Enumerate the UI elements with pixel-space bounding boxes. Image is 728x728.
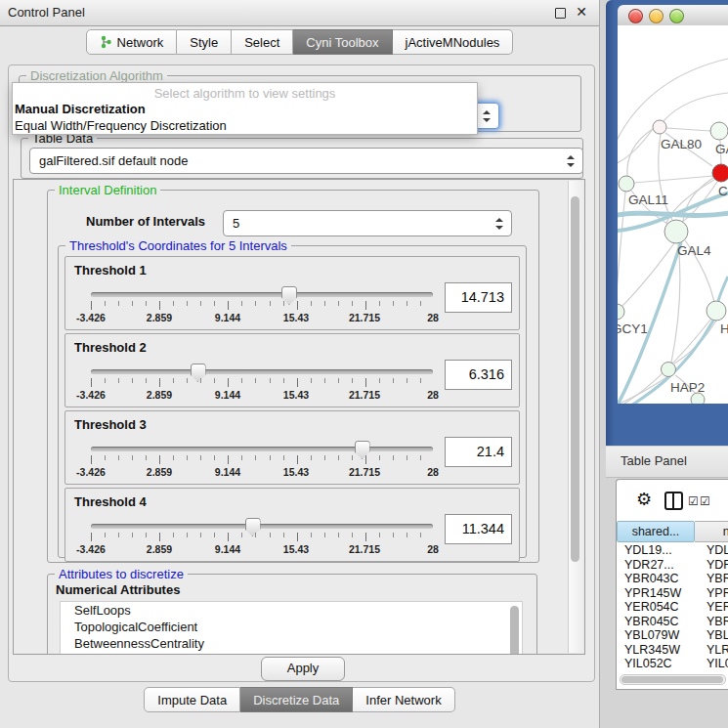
network-graph: GAL80 GA C GAL11 GAL4 GCY1 H HAP2 [618, 25, 728, 404]
close-icon[interactable]: ✕ [576, 4, 587, 20]
tab-discretize-data[interactable]: Discretize Data [240, 687, 353, 712]
node-red-selected[interactable] [712, 164, 728, 182]
mac-close-button[interactable] [628, 9, 643, 23]
table-data-combobox[interactable]: galFiltered.sif default node [29, 148, 583, 174]
slider-track[interactable] [91, 369, 433, 374]
node-label: GA [715, 142, 728, 156]
list-item[interactable]: BetweennessCentrality [61, 635, 522, 652]
threshold-3-label: Threshold 3 [74, 417, 147, 432]
slider-minor-ticks [91, 533, 434, 537]
threshold-1-slider[interactable]: -3.426 2.859 9.144 15.43 21.715 28 [91, 286, 433, 325]
interval-definition-group: Interval Definition Number of Intervals … [47, 190, 539, 563]
scrollbar-thumb[interactable] [621, 676, 723, 683]
table-panel-titlebar: Table Panel [606, 447, 728, 478]
tick-label: 2.859 [147, 466, 172, 478]
popup-option-equal-width[interactable]: Equal Width/Frequency Discretization [13, 117, 477, 134]
settings-scrollbar[interactable] [568, 181, 583, 653]
tab-style[interactable]: Style [177, 29, 232, 55]
tab-style-label: Style [190, 35, 218, 50]
number-of-intervals-combobox[interactable]: 5 [223, 210, 512, 236]
tab-jactivemnodules[interactable]: jActiveMNodules [393, 29, 514, 55]
tab-select[interactable]: Select [232, 29, 293, 55]
mac-zoom-button[interactable] [669, 9, 684, 23]
node-label: GCY1 [618, 321, 648, 336]
column-header-name[interactable]: name [695, 521, 728, 542]
node-hap2[interactable] [662, 363, 676, 377]
network-view-window: GAL80 GA C GAL11 GAL4 GCY1 H HAP2 [606, 0, 728, 446]
slider-track[interactable] [91, 447, 433, 451]
checkbox-icon[interactable]: ☑ [688, 494, 699, 508]
table-row[interactable]: YDR27...YDR2 [617, 558, 728, 573]
control-panel-titlebar: Control Panel ✕ [0, 0, 599, 26]
threshold-3-panel: Threshold 3 -3.426 2.859 9.144 15.43 21.… [64, 410, 520, 485]
table-row[interactable]: YLR345WYLR3 [617, 643, 728, 658]
tick-label: 2.859 [147, 543, 172, 555]
threshold-2-value-field[interactable]: 6.316 [445, 360, 512, 390]
tab-network[interactable]: Network [86, 29, 178, 55]
node-ga[interactable] [710, 122, 728, 140]
numerical-attributes-list: SelfLoops TopologicalCoefficient Between… [60, 601, 523, 655]
table-row[interactable]: YDL19...YDL1 [617, 543, 728, 558]
thresholds-group: Threshold's Coordinates for 5 Intervals … [58, 245, 527, 558]
node-h[interactable] [707, 301, 726, 321]
table-row[interactable]: YBR043CYBR0 [617, 572, 728, 586]
float-window-icon[interactable] [555, 8, 566, 19]
table-horizontal-scrollbar[interactable] [620, 674, 726, 685]
node-label: C [718, 184, 728, 198]
node-label: H [720, 321, 728, 336]
column-layout-icon[interactable] [664, 492, 683, 510]
tab-infer-network-label: Infer Network [365, 693, 441, 707]
table-panel-subwindow: ⚙ ☑ ☑ shared... name YDL19...YDL1 YDR27.… [616, 479, 728, 690]
tick-label: 15.43 [283, 543, 309, 555]
cell-name: YER0 [697, 600, 728, 615]
threshold-3-slider[interactable]: -3.426 2.859 9.144 15.43 21.715 28 [91, 441, 433, 480]
table-row[interactable]: YBR045CYBR0 [617, 615, 728, 629]
combo-stepper-icon [495, 218, 503, 230]
tick-label: 9.144 [215, 389, 240, 401]
tick-label: 21.715 [349, 389, 380, 401]
slider-major-ticks [91, 455, 434, 464]
tab-infer-network[interactable]: Infer Network [353, 687, 454, 712]
threshold-2-slider[interactable]: -3.426 2.859 9.144 15.43 21.715 28 [91, 364, 433, 403]
network-canvas[interactable]: GAL80 GA C GAL11 GAL4 GCY1 H HAP2 [618, 25, 728, 404]
mac-minimize-button[interactable] [649, 9, 664, 23]
network-window-titlebar [618, 5, 728, 26]
control-panel-window: Control Panel ✕ Network Style Select Cyn… [0, 0, 600, 728]
node-gcy1[interactable] [618, 304, 624, 320]
combo-stepper-icon [567, 155, 575, 167]
threshold-3-value-field[interactable]: 21.4 [445, 437, 512, 467]
node-gal80[interactable] [653, 120, 666, 134]
list-item[interactable]: SelfLoops [61, 602, 522, 619]
threshold-1-value-field[interactable]: 14.713 [445, 282, 512, 313]
list-scrollbar-thumb[interactable] [510, 606, 519, 655]
top-tabbar: Network Style Select Cyni Toolbox jActiv… [0, 29, 599, 55]
column-header-shared-name[interactable]: shared... [617, 521, 695, 542]
table-row[interactable]: YIL052CYIL0 [617, 657, 728, 671]
apply-button[interactable]: Apply [261, 657, 345, 681]
attributes-title: Attributes to discretize [55, 567, 188, 581]
algorithm-popup: Select algorithm to view settings Manual… [12, 82, 478, 135]
slider-track[interactable] [91, 292, 433, 297]
table-data-group: Table Data galFiltered.sif default node [21, 138, 583, 179]
table-row[interactable]: YBL079WYBL0 [617, 628, 728, 643]
table-row[interactable]: YPR145WYPR1 [617, 586, 728, 601]
tab-cyni-toolbox[interactable]: Cyni Toolbox [293, 29, 392, 55]
node-gal11[interactable] [619, 176, 634, 192]
tick-label: 21.715 [349, 466, 380, 478]
tick-label: 9.144 [215, 543, 240, 555]
cell-shared-name: YDL19... [617, 543, 697, 558]
list-item[interactable]: TopologicalCoefficient [61, 619, 522, 635]
threshold-4-value-field[interactable]: 11.344 [445, 514, 512, 544]
gear-icon[interactable]: ⚙ [636, 489, 652, 510]
threshold-4-slider[interactable]: -3.426 2.859 9.144 15.43 21.715 28 [91, 518, 433, 557]
scrollbar-thumb[interactable] [571, 196, 579, 562]
threshold-1-label: Threshold 1 [74, 263, 147, 278]
tab-impute-data[interactable]: Impute Data [144, 687, 240, 712]
popup-option-manual[interactable]: Manual Discretization [13, 101, 477, 117]
threshold-4-panel: Threshold 4 -3.426 2.859 9.144 15.43 21.… [64, 488, 520, 562]
table-row[interactable]: YER054CYER0 [617, 600, 728, 615]
slider-track[interactable] [91, 524, 433, 529]
node-gal4[interactable] [664, 220, 688, 243]
tick-label: 28 [427, 312, 439, 323]
checkbox-icon[interactable]: ☑ [700, 494, 710, 508]
